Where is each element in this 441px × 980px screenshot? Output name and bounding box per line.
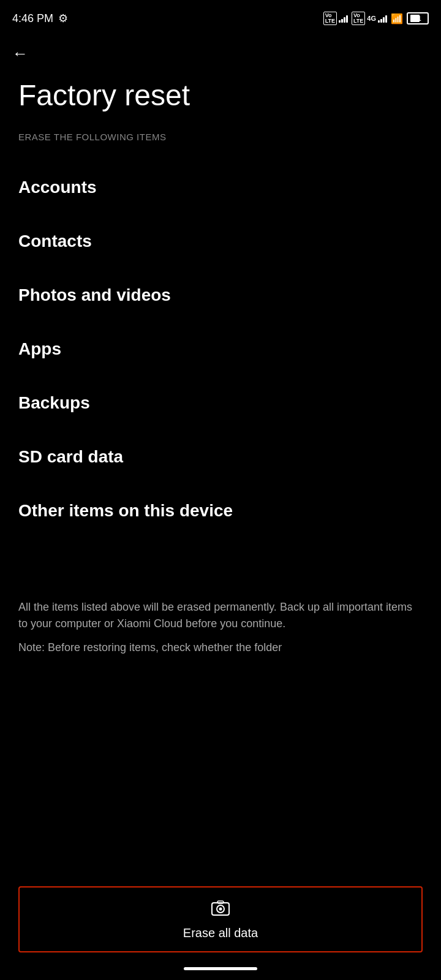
back-button[interactable]: ← <box>0 34 441 68</box>
list-item-backups: Backups <box>18 376 423 430</box>
erase-all-data-button[interactable]: Erase all data <box>18 886 423 952</box>
list-item-sd-card: SD card data <box>18 430 423 484</box>
battery-text: 61 <box>414 15 421 22</box>
list-item-accounts: Accounts <box>18 160 423 214</box>
erase-button-container: Erase all data <box>0 880 441 980</box>
list-item-photos-videos: Photos and videos <box>18 268 423 322</box>
svg-point-2 <box>219 908 222 911</box>
status-bar: 4:46 PM ⚙ VoLTE VoLTE 4G 📶 <box>0 0 441 34</box>
wifi-icon: 📶 <box>391 13 403 24</box>
signal-group-1: VoLTE <box>323 12 348 25</box>
section-label: ERASE THE FOLLOWING ITEMS <box>0 132 441 154</box>
bar1 <box>339 20 341 23</box>
settings-icon: ⚙ <box>58 12 68 25</box>
bar4 <box>385 15 387 23</box>
bar4 <box>346 15 348 23</box>
volte-badge-1: VoLTE <box>323 12 337 25</box>
signal-bars-2 <box>378 14 387 23</box>
note-text: Note: Before restoring items, check whet… <box>18 639 423 656</box>
signal-bars-1 <box>339 14 348 23</box>
home-indicator <box>184 967 257 970</box>
erase-label: Erase all data <box>183 926 258 940</box>
warning-area: All the items listed above will be erase… <box>0 581 441 668</box>
bar3 <box>344 17 345 23</box>
volte-badge-2: VoLTE <box>352 12 365 25</box>
page-title: Factory reset <box>0 68 441 132</box>
back-arrow-icon[interactable]: ← <box>12 44 28 62</box>
bar2 <box>341 19 343 23</box>
list-item-contacts: Contacts <box>18 214 423 268</box>
status-time: 4:46 PM ⚙ <box>12 12 68 25</box>
bar3 <box>383 17 385 23</box>
signal-group-2: VoLTE 4G <box>352 12 387 25</box>
bar1 <box>378 20 380 23</box>
items-list: Accounts Contacts Photos and videos Apps… <box>0 154 441 544</box>
bar2 <box>380 19 382 23</box>
warning-text: All the items listed above will be erase… <box>18 599 423 632</box>
time-text: 4:46 PM <box>12 12 53 25</box>
4g-badge: 4G <box>367 15 376 22</box>
list-item-apps: Apps <box>18 322 423 376</box>
erase-svg-icon <box>211 899 230 918</box>
home-bar <box>0 962 441 980</box>
status-right-icons: VoLTE VoLTE 4G 📶 61 <box>323 12 429 25</box>
erase-icon <box>211 899 230 922</box>
list-item-other-items: Other items on this device <box>18 484 423 538</box>
battery-indicator: 61 <box>407 12 429 24</box>
